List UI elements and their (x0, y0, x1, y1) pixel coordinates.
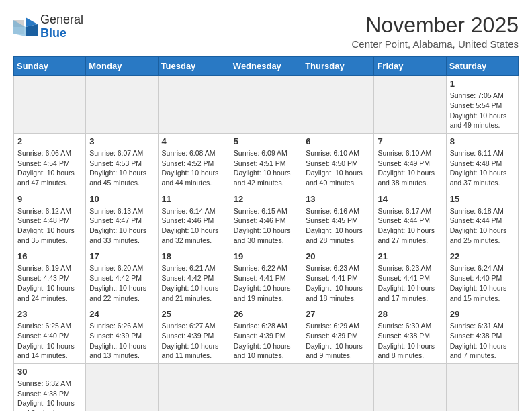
day-cell (446, 363, 518, 411)
day-cell: 26Sunrise: 6:28 AM Sunset: 4:39 PM Dayli… (230, 306, 302, 364)
day-cell: 5Sunrise: 6:09 AM Sunset: 4:51 PM Daylig… (230, 133, 302, 191)
day-info: Sunrise: 6:23 AM Sunset: 4:41 PM Dayligh… (378, 263, 442, 303)
day-number: 11 (162, 194, 226, 204)
week-row-2: 2Sunrise: 6:06 AM Sunset: 4:54 PM Daylig… (14, 133, 519, 191)
day-number: 8 (450, 136, 515, 146)
day-cell: 17Sunrise: 6:20 AM Sunset: 4:42 PM Dayli… (86, 248, 158, 306)
day-cell (86, 76, 158, 134)
day-cell: 6Sunrise: 6:10 AM Sunset: 4:50 PM Daylig… (302, 133, 374, 191)
day-cell: 19Sunrise: 6:22 AM Sunset: 4:41 PM Dayli… (230, 248, 302, 306)
day-info: Sunrise: 6:14 AM Sunset: 4:46 PM Dayligh… (162, 206, 226, 246)
day-cell (302, 76, 374, 134)
header: General Blue November 2025 Center Point,… (13, 13, 519, 50)
day-cell: 14Sunrise: 6:17 AM Sunset: 4:44 PM Dayli… (374, 191, 446, 248)
day-cell (302, 363, 374, 411)
day-number: 21 (378, 251, 442, 261)
day-number: 6 (306, 136, 370, 146)
weekday-header-tuesday: Tuesday (158, 57, 230, 76)
day-cell: 8Sunrise: 6:11 AM Sunset: 4:48 PM Daylig… (446, 133, 518, 191)
day-cell: 24Sunrise: 6:26 AM Sunset: 4:39 PM Dayli… (86, 306, 158, 364)
day-number: 14 (378, 194, 442, 204)
day-info: Sunrise: 6:26 AM Sunset: 4:39 PM Dayligh… (89, 321, 154, 361)
day-info: Sunrise: 6:13 AM Sunset: 4:47 PM Dayligh… (89, 206, 154, 246)
day-number: 16 (17, 251, 82, 261)
day-info: Sunrise: 6:10 AM Sunset: 4:49 PM Dayligh… (378, 148, 442, 188)
day-cell: 18Sunrise: 6:21 AM Sunset: 4:42 PM Dayli… (158, 248, 230, 306)
day-info: Sunrise: 6:09 AM Sunset: 4:51 PM Dayligh… (234, 148, 298, 188)
week-row-4: 16Sunrise: 6:19 AM Sunset: 4:43 PM Dayli… (14, 248, 519, 306)
day-number: 23 (17, 309, 82, 319)
day-cell: 21Sunrise: 6:23 AM Sunset: 4:41 PM Dayli… (374, 248, 446, 306)
day-info: Sunrise: 6:11 AM Sunset: 4:48 PM Dayligh… (450, 148, 515, 188)
logo-text: General Blue (40, 13, 83, 40)
day-info: Sunrise: 6:29 AM Sunset: 4:39 PM Dayligh… (306, 321, 370, 361)
logo-general: General (40, 13, 83, 26)
day-number: 28 (378, 309, 442, 319)
day-cell: 3Sunrise: 6:07 AM Sunset: 4:53 PM Daylig… (86, 133, 158, 191)
day-number: 10 (89, 194, 154, 204)
weekday-header-wednesday: Wednesday (230, 57, 302, 76)
weekday-header-friday: Friday (374, 57, 446, 76)
day-number: 5 (234, 136, 298, 146)
day-cell: 22Sunrise: 6:24 AM Sunset: 4:40 PM Dayli… (446, 248, 518, 306)
day-number: 3 (89, 136, 154, 146)
day-cell (158, 76, 230, 134)
weekday-header-monday: Monday (86, 57, 158, 76)
day-cell (158, 363, 230, 411)
day-info: Sunrise: 6:27 AM Sunset: 4:39 PM Dayligh… (162, 321, 226, 361)
day-cell: 10Sunrise: 6:13 AM Sunset: 4:47 PM Dayli… (86, 191, 158, 248)
day-info: Sunrise: 6:23 AM Sunset: 4:41 PM Dayligh… (306, 263, 370, 303)
day-number: 7 (378, 136, 442, 146)
day-number: 15 (450, 194, 515, 204)
weekday-header-saturday: Saturday (446, 57, 518, 76)
day-info: Sunrise: 6:06 AM Sunset: 4:54 PM Dayligh… (17, 148, 82, 188)
logo-icon (13, 17, 38, 36)
day-info: Sunrise: 6:24 AM Sunset: 4:40 PM Dayligh… (450, 263, 515, 303)
day-info: Sunrise: 6:28 AM Sunset: 4:39 PM Dayligh… (234, 321, 298, 361)
weekday-header-sunday: Sunday (14, 57, 86, 76)
weekday-header-row: SundayMondayTuesdayWednesdayThursdayFrid… (14, 57, 519, 76)
logo-blue: Blue (40, 26, 66, 40)
day-number: 19 (234, 251, 298, 261)
day-info: Sunrise: 6:30 AM Sunset: 4:38 PM Dayligh… (378, 321, 442, 361)
day-cell: 29Sunrise: 6:31 AM Sunset: 4:38 PM Dayli… (446, 306, 518, 364)
day-number: 17 (89, 251, 154, 261)
day-number: 1 (450, 79, 515, 89)
day-info: Sunrise: 6:08 AM Sunset: 4:52 PM Dayligh… (162, 148, 226, 188)
day-cell (230, 363, 302, 411)
day-info: Sunrise: 6:12 AM Sunset: 4:48 PM Dayligh… (17, 206, 82, 246)
day-cell: 28Sunrise: 6:30 AM Sunset: 4:38 PM Dayli… (374, 306, 446, 364)
day-info: Sunrise: 6:22 AM Sunset: 4:41 PM Dayligh… (234, 263, 298, 303)
month-title: November 2025 (352, 13, 519, 37)
week-row-5: 23Sunrise: 6:25 AM Sunset: 4:40 PM Dayli… (14, 306, 519, 364)
day-info: Sunrise: 6:16 AM Sunset: 4:45 PM Dayligh… (306, 206, 370, 246)
day-number: 18 (162, 251, 226, 261)
day-number: 29 (450, 309, 515, 319)
day-number: 22 (450, 251, 515, 261)
day-number: 26 (234, 309, 298, 319)
day-cell (14, 76, 86, 134)
day-info: Sunrise: 6:32 AM Sunset: 4:38 PM Dayligh… (17, 379, 82, 411)
day-number: 9 (17, 194, 82, 204)
calendar-page: General Blue November 2025 Center Point,… (0, 0, 532, 411)
day-number: 20 (306, 251, 370, 261)
day-cell: 9Sunrise: 6:12 AM Sunset: 4:48 PM Daylig… (14, 191, 86, 248)
day-cell: 25Sunrise: 6:27 AM Sunset: 4:39 PM Dayli… (158, 306, 230, 364)
day-number: 2 (17, 136, 82, 146)
title-block: November 2025 Center Point, Alabama, Uni… (352, 13, 519, 50)
day-info: Sunrise: 6:18 AM Sunset: 4:44 PM Dayligh… (450, 206, 515, 246)
day-info: Sunrise: 6:07 AM Sunset: 4:53 PM Dayligh… (89, 148, 154, 188)
week-row-1: 1Sunrise: 7:05 AM Sunset: 5:54 PM Daylig… (14, 76, 519, 134)
day-info: Sunrise: 6:21 AM Sunset: 4:42 PM Dayligh… (162, 263, 226, 303)
day-number: 27 (306, 309, 370, 319)
day-info: Sunrise: 6:10 AM Sunset: 4:50 PM Dayligh… (306, 148, 370, 188)
day-info: Sunrise: 6:20 AM Sunset: 4:42 PM Dayligh… (89, 263, 154, 303)
day-info: Sunrise: 6:17 AM Sunset: 4:44 PM Dayligh… (378, 206, 442, 246)
day-info: Sunrise: 6:15 AM Sunset: 4:46 PM Dayligh… (234, 206, 298, 246)
day-cell: 23Sunrise: 6:25 AM Sunset: 4:40 PM Dayli… (14, 306, 86, 364)
day-cell: 2Sunrise: 6:06 AM Sunset: 4:54 PM Daylig… (14, 133, 86, 191)
location: Center Point, Alabama, United States (352, 38, 519, 50)
day-cell: 7Sunrise: 6:10 AM Sunset: 4:49 PM Daylig… (374, 133, 446, 191)
day-cell: 30Sunrise: 6:32 AM Sunset: 4:38 PM Dayli… (14, 363, 86, 411)
day-info: Sunrise: 6:31 AM Sunset: 4:38 PM Dayligh… (450, 321, 515, 361)
